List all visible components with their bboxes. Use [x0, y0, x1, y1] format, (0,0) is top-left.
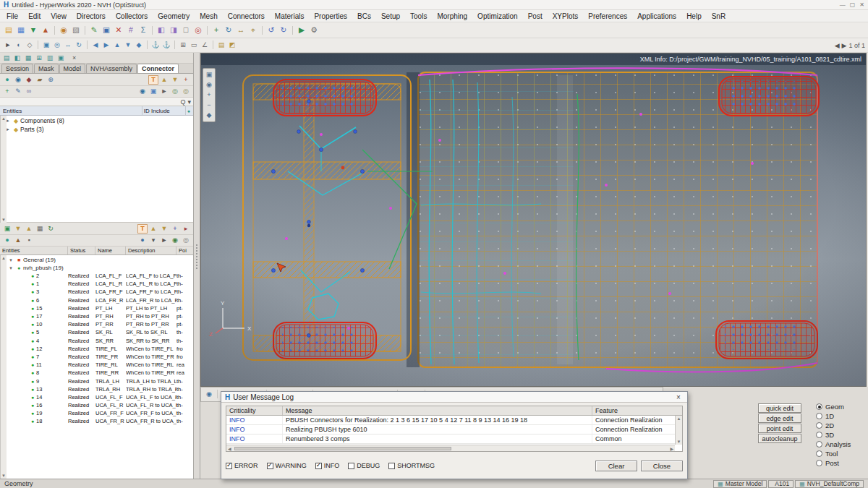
menu-item[interactable]: Morphing	[432, 12, 472, 20]
pin-icon[interactable]: +	[181, 75, 191, 85]
separator[interactable]	[207, 26, 208, 35]
rotate-icon[interactable]: ↻	[223, 25, 234, 35]
connector-row[interactable]: ● 11 Realized TIRE_RL WhCen to TIRE_RL r…	[0, 361, 193, 369]
browser-tab[interactable]: Model	[59, 64, 86, 73]
connector-row[interactable]: ● 18 Realized UCA_FR_R UCA_FR_R to UCA_F…	[0, 417, 193, 425]
message-filter[interactable]: WARNING	[267, 462, 307, 469]
connector-row[interactable]: ● 1 Realized LCA_FL_R LCA_FL_R to LCA_FL…	[0, 280, 193, 288]
radio-icon[interactable]	[816, 413, 822, 419]
tree-group[interactable]: ▾ ● nvh_pbush (19)	[0, 264, 193, 272]
menu-item[interactable]: Tools	[405, 12, 432, 20]
view-sphere-icon[interactable]: ◉	[204, 390, 214, 399]
expander-icon[interactable]: ▾	[7, 265, 14, 271]
sphere-view-icon[interactable]: ◉	[204, 80, 214, 90]
mask-icon[interactable]: ◧	[156, 25, 167, 35]
col-status[interactable]: Status	[68, 247, 95, 254]
solver-run-icon[interactable]: ▶	[296, 25, 307, 35]
menu-item[interactable]: Collectors	[111, 12, 153, 20]
mode-radio[interactable]: 1D	[816, 411, 851, 421]
connector-row[interactable]: ● 10 Realized PT_RR PT_RR to PT_RR pt-	[0, 320, 193, 328]
message-row[interactable]: INFO Renumbered 3 comps Common	[226, 435, 682, 444]
dialog-title-bar[interactable]: H User Message Log ×	[221, 392, 687, 403]
sort-down-icon[interactable]: ▼	[170, 75, 180, 85]
entities-column-header[interactable]: Entities	[3, 106, 142, 115]
panel-button[interactable]: autocleanup	[758, 434, 801, 443]
page-prev-icon[interactable]: ◀	[835, 42, 840, 49]
box-display-icon[interactable]: ▪	[24, 236, 34, 245]
close-tab-icon[interactable]: ×	[72, 54, 76, 61]
connector-row[interactable]: ● 12 Realized TIRE_FL WhCen to TIRE_FL f…	[0, 345, 193, 353]
checkbox-icon[interactable]	[388, 463, 395, 469]
dot-display-icon[interactable]: ●	[2, 236, 12, 245]
connector-row[interactable]: ● 13 Realized TRLA_RH TRLA_RH to TRLA_RH…	[0, 385, 193, 393]
panel-button[interactable]: edge edit	[758, 414, 801, 423]
connector-browser-icon[interactable]: ▥	[45, 53, 55, 63]
id-include-column-header[interactable]: ID Include	[144, 106, 186, 115]
mode-radio[interactable]: 3D	[816, 430, 851, 440]
panel-button[interactable]: point edit	[758, 424, 801, 433]
anchor-add-icon[interactable]: ⚓	[161, 40, 171, 50]
angle-icon[interactable]: ∠	[200, 40, 210, 50]
browser-tab[interactable]: Session	[1, 64, 33, 73]
move-up-icon[interactable]: ▲	[148, 224, 158, 234]
model-browser-icon[interactable]: ▦	[23, 53, 33, 63]
entity-editor-icon[interactable]: ✎	[88, 25, 100, 35]
menu-item[interactable]: XYPlots	[548, 12, 584, 20]
pointer-icon[interactable]: ►	[3, 40, 13, 50]
checkbox-icon[interactable]	[226, 463, 232, 469]
pan-icon[interactable]: ↔	[63, 40, 73, 50]
undo-icon[interactable]: ↺	[265, 25, 277, 35]
lower-tree-scrollbar[interactable]: ▲▼	[0, 255, 7, 479]
ruler-icon[interactable]: ▭	[189, 40, 199, 50]
trash-icon[interactable]: ▦	[35, 224, 45, 234]
menu-item[interactable]: Directors	[72, 12, 111, 20]
menu-item[interactable]: Geometry	[153, 12, 195, 20]
connector-row[interactable]: ● 8 Realized TIRE_RR WhCen to TIRE_RR re…	[0, 369, 193, 377]
menu-item[interactable]: Setup	[376, 12, 405, 20]
maximize-button[interactable]: ▢	[850, 1, 856, 8]
col-description[interactable]: Description	[126, 247, 176, 254]
search-icon[interactable]: Q	[180, 98, 185, 106]
col-name[interactable]: Name	[95, 247, 126, 254]
tree-group[interactable]: ▾ ■ General (19)	[0, 256, 193, 264]
apply-mass-icon[interactable]: ⊕	[46, 75, 56, 85]
eye-off-icon[interactable]: ◎	[181, 236, 191, 245]
mask-browser-icon[interactable]: ◧	[12, 53, 22, 63]
tags-icon[interactable]: ◩	[227, 40, 237, 50]
reverse-mask-icon[interactable]: ◨	[168, 25, 179, 35]
open-model-icon[interactable]: ▤	[3, 25, 14, 35]
cone-display-icon[interactable]: ▲	[13, 236, 23, 245]
utility-browser-icon[interactable]: ▣	[56, 53, 66, 63]
unmask-all-icon[interactable]: □	[180, 25, 192, 35]
fe-absorb-icon[interactable]: T	[148, 75, 158, 85]
clear-button[interactable]: Clear	[595, 461, 637, 471]
radio-icon[interactable]	[816, 450, 822, 457]
menu-item[interactable]: Post	[523, 12, 548, 20]
refresh-icon[interactable]: ↻	[46, 224, 56, 234]
scale-icon[interactable]: ↔	[235, 25, 247, 35]
separator[interactable]	[85, 26, 85, 35]
user-profiles-icon[interactable]: ◉	[58, 25, 69, 35]
edit-connector-icon[interactable]: ✎	[13, 87, 23, 96]
dialog-close-icon[interactable]: ×	[673, 393, 684, 401]
tree-item[interactable]: ▸ ◆ Components (8)	[0, 116, 193, 125]
spot-connector-icon[interactable]: ●	[2, 75, 12, 85]
connector-row[interactable]: ● 14 Realized UCA_FL_F UCA_FL_F to UCA_F…	[0, 393, 193, 401]
wireframe-icon[interactable]: ◇	[25, 40, 35, 50]
view-cube-icon[interactable]: ▣	[204, 70, 214, 80]
upper-tree-scrollbar[interactable]: ▲▼	[0, 116, 7, 223]
message-filter[interactable]: INFO	[315, 462, 340, 469]
status-cell[interactable]: ▦ NVH_DefaultComp	[795, 480, 864, 488]
menu-item[interactable]: Optimization	[472, 12, 523, 20]
menu-item[interactable]: Help	[681, 12, 707, 20]
menu-item[interactable]: Materials	[270, 12, 310, 20]
organize-icon[interactable]: ▣	[101, 25, 112, 35]
zoom-out-icon[interactable]: −	[204, 100, 214, 110]
seam-connector-icon[interactable]: ◆	[24, 75, 34, 85]
delete-icon[interactable]: ✕	[113, 25, 124, 35]
separator[interactable]	[292, 26, 293, 35]
sphere-display-icon[interactable]: ◉	[137, 87, 148, 96]
graphics-viewport[interactable]: XML Info: D:/project/GWM/training_NVHD/0…	[200, 53, 867, 387]
sort-up-icon[interactable]: ▲	[159, 75, 169, 85]
radio-icon[interactable]	[816, 422, 822, 429]
